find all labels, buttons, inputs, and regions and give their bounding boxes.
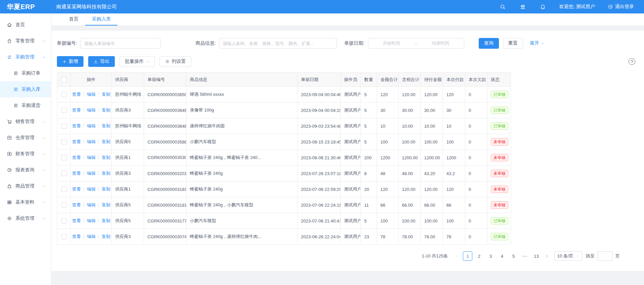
table-row: 查看编辑复制删除 供应商3 CGRK00000003201 蜂蜜柚子茶 240g… xyxy=(57,166,511,181)
row-checkbox[interactable] xyxy=(61,92,67,97)
sidebar-item-system[interactable]: 系统管理 xyxy=(0,210,51,227)
row-checkbox[interactable] xyxy=(61,218,67,223)
row-checkbox[interactable] xyxy=(61,123,67,129)
row-checkbox[interactable] xyxy=(61,171,67,176)
copy-link[interactable]: 复制 xyxy=(98,171,110,176)
page-button-13[interactable]: 13 xyxy=(532,251,541,261)
next-page-button[interactable] xyxy=(542,251,551,261)
search-button[interactable]: 查询 xyxy=(479,38,499,49)
copy-link[interactable]: 复制 xyxy=(98,187,110,192)
sidebar-item-basic-data[interactable]: 基本资料 xyxy=(0,194,51,210)
page-size-select[interactable]: 10 条/页 xyxy=(554,251,582,261)
edit-link[interactable]: 编辑 xyxy=(83,218,96,223)
date-range-picker[interactable]: 开始时间 ~ 结束时间 xyxy=(368,38,464,49)
platform-icon[interactable] xyxy=(520,4,526,10)
copy-link[interactable]: 复制 xyxy=(98,155,110,160)
copy-link[interactable]: 复制 xyxy=(98,218,110,223)
edit-link[interactable]: 编辑 xyxy=(83,155,96,160)
add-button[interactable]: 新增 xyxy=(57,56,83,67)
edit-link[interactable]: 编辑 xyxy=(83,108,96,113)
product-info-input[interactable] xyxy=(219,38,337,49)
view-link[interactable]: 查看 xyxy=(72,123,81,128)
sidebar-item-sales[interactable]: 销售管理 xyxy=(0,114,51,130)
reset-button[interactable]: 重置 xyxy=(503,38,523,49)
edit-link[interactable]: 编辑 xyxy=(83,187,96,192)
status-badge: 未审核 xyxy=(491,201,508,209)
product-cell: 蜂蜜柚子茶 240g，小鹏汽车模型 xyxy=(187,197,298,213)
sidebar-item-purchase-inbound[interactable]: 采购入库 xyxy=(0,81,51,97)
row-checkbox[interactable] xyxy=(61,234,67,239)
copy-link[interactable]: 复制 xyxy=(98,108,110,113)
bill-no-cell: CGRK00000003530[订] xyxy=(144,150,187,166)
sidebar-item-warehouse[interactable]: 仓库管理 xyxy=(0,130,51,146)
product-cell: 康师傅红烧牛肉面 xyxy=(187,118,298,134)
due-cell: 43.20 xyxy=(421,166,443,181)
copy-link[interactable]: 复制 xyxy=(98,123,110,128)
view-link[interactable]: 查看 xyxy=(72,218,81,223)
page-ellipsis[interactable]: ••• xyxy=(520,251,530,261)
select-all-checkbox[interactable] xyxy=(61,77,67,82)
paid-cell: 100 xyxy=(443,134,465,150)
expand-link[interactable]: 展开 xyxy=(530,40,544,46)
search-icon[interactable] xyxy=(500,4,506,10)
qty-cell: 200 xyxy=(361,150,377,166)
row-checkbox[interactable] xyxy=(61,202,67,208)
view-link[interactable]: 查看 xyxy=(72,92,81,97)
page-button-3[interactable]: 3 xyxy=(486,251,495,261)
page-button-1[interactable]: 1 xyxy=(463,251,472,261)
jump-page-input[interactable] xyxy=(597,251,613,261)
view-link[interactable]: 查看 xyxy=(72,202,81,207)
qty-cell: 11 xyxy=(361,197,377,213)
view-link[interactable]: 查看 xyxy=(72,234,81,239)
copy-link[interactable]: 复制 xyxy=(98,139,110,144)
row-checkbox[interactable] xyxy=(61,155,67,160)
col-bill-no: 单据编号 xyxy=(144,73,187,87)
view-link[interactable]: 查看 xyxy=(72,139,81,144)
tab-purchase-inbound[interactable]: 采购入库 xyxy=(85,13,117,26)
view-link[interactable]: 查看 xyxy=(72,171,81,176)
edit-link[interactable]: 编辑 xyxy=(83,171,96,176)
date-cell: 2023-07-06 22:24:11 xyxy=(298,197,341,213)
sidebar-item-finance[interactable]: 财务管理 xyxy=(0,146,51,162)
table-row: 查看编辑复制删除 供应商3 CGRK00000003649 录像带 100g 2… xyxy=(57,103,511,118)
chevron-right-icon xyxy=(545,254,549,258)
bill-no-input[interactable] xyxy=(80,38,161,49)
copy-link[interactable]: 复制 xyxy=(98,234,110,239)
export-button[interactable]: 导出 xyxy=(88,56,115,67)
col-due: 待付金额 xyxy=(421,73,443,87)
view-link[interactable]: 查看 xyxy=(72,108,81,113)
operator-cell: 测试用户 xyxy=(341,103,361,118)
sidebar-item-reports[interactable]: 报表查询 xyxy=(0,162,51,178)
tab-home[interactable]: 首页 xyxy=(62,13,85,26)
row-checkbox[interactable] xyxy=(61,187,67,192)
sidebar-item-purchase-order[interactable]: 采购订单 xyxy=(0,65,51,81)
batch-actions-button[interactable]: 批量操作 xyxy=(120,56,155,67)
notification-bell-icon[interactable] xyxy=(540,4,546,10)
page-button-4[interactable]: 4 xyxy=(497,251,507,261)
view-link[interactable]: 查看 xyxy=(72,155,81,160)
sidebar-item-goods[interactable]: 商品管理 xyxy=(0,178,51,194)
sidebar-item-purchase[interactable]: 采购管理 xyxy=(0,49,51,65)
sidebar-item-retail[interactable]: 零售管理 xyxy=(0,33,51,49)
finance-icon xyxy=(7,151,12,157)
edit-link[interactable]: 编辑 xyxy=(83,139,96,144)
table-header: 操作 供应商 单据编号 商品信息 单据日期 操作员 数量 金额合计 含税合计 待… xyxy=(57,73,511,87)
row-checkbox[interactable] xyxy=(61,108,67,113)
edit-link[interactable]: 编辑 xyxy=(83,234,96,239)
edit-link[interactable]: 编辑 xyxy=(83,202,96,207)
product-cell: 录像带 100g xyxy=(187,103,298,118)
column-settings-button[interactable]: 列设置 xyxy=(160,56,191,67)
prev-page-button[interactable] xyxy=(452,251,462,261)
sidebar-item-home[interactable]: 首页 xyxy=(0,17,51,33)
page-button-5[interactable]: 5 xyxy=(509,251,518,261)
row-checkbox[interactable] xyxy=(61,139,67,145)
edit-link[interactable]: 编辑 xyxy=(83,123,96,128)
page-button-2[interactable]: 2 xyxy=(474,251,484,261)
edit-link[interactable]: 编辑 xyxy=(83,92,96,97)
view-link[interactable]: 查看 xyxy=(72,187,81,192)
sidebar-item-purchase-return[interactable]: 采购退货 xyxy=(0,97,51,114)
help-icon[interactable]: ? xyxy=(629,58,635,65)
copy-link[interactable]: 复制 xyxy=(98,202,110,207)
copy-link[interactable]: 复制 xyxy=(98,92,110,97)
logout-button[interactable]: 退出登录 xyxy=(608,4,634,10)
